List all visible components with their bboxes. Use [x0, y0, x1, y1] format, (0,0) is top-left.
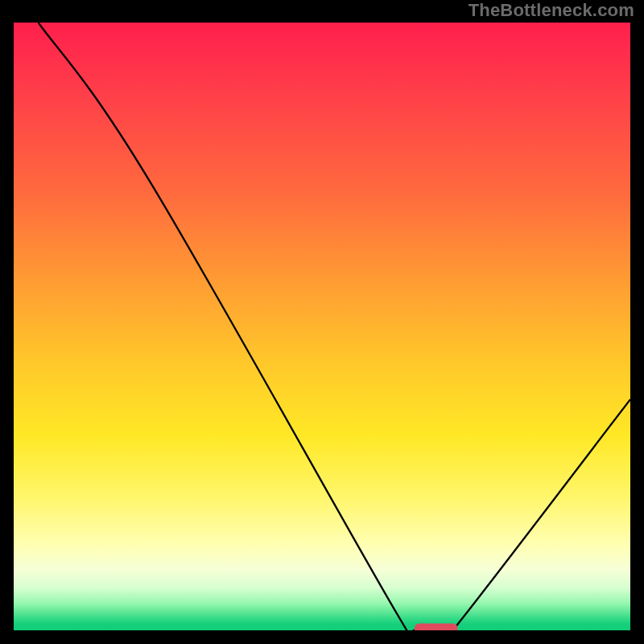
plot-area	[14, 23, 630, 630]
bottleneck-curve	[39, 23, 630, 630]
plot-svg	[14, 23, 630, 630]
chart-frame: TheBottleneck.com	[0, 0, 644, 644]
watermark-text: TheBottleneck.com	[469, 0, 634, 21]
optimal-range-marker	[415, 624, 458, 631]
